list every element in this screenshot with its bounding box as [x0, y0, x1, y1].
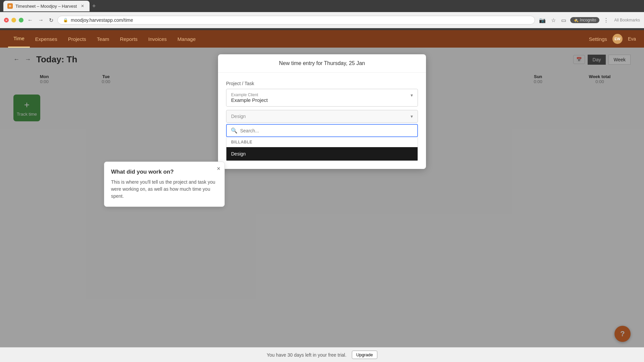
tab-favicon: H [7, 3, 13, 9]
app-container: Time Expenses Projects Team Reports Invo… [0, 30, 644, 362]
tooltip-body: This is where you'll tell us the project… [111, 179, 218, 200]
window-close-button[interactable]: ✕ [4, 18, 9, 22]
address-bar[interactable]: 🔒 moodjoy.harvestapp.com/time [57, 16, 535, 24]
sidebar-icon[interactable]: ▭ [560, 16, 568, 25]
nav-item-reports[interactable]: Reports [115, 30, 143, 48]
bookmarks-label: All Bookmarks [614, 18, 640, 22]
modal-header: New time entry for Thursday, 25 Jan [218, 54, 426, 73]
nav-item-projects[interactable]: Projects [63, 30, 92, 48]
lock-icon: 🔒 [63, 18, 68, 22]
camera-icon[interactable]: 📷 [538, 16, 547, 25]
trial-text: You have 30 days left in your free trial… [267, 352, 346, 358]
dropdown-item-design[interactable]: Design [226, 147, 418, 161]
tab-close-button[interactable]: ✕ [79, 3, 86, 9]
app-nav: Time Expenses Projects Team Reports Invo… [0, 30, 644, 48]
browser-reload-button[interactable]: ↻ [48, 16, 55, 25]
window-maximize-button[interactable] [19, 18, 23, 22]
tab-title: Timesheet – Moodjoy – Harvest [15, 4, 77, 9]
browser-forward-button[interactable]: → [37, 16, 45, 24]
nav-item-manage[interactable]: Manage [172, 30, 201, 48]
tab-bar: H Timesheet – Moodjoy – Harvest ✕ + [0, 0, 644, 12]
search-box: 🔍 [226, 124, 418, 137]
dropdown-group-billable: Billable [226, 137, 418, 147]
bottom-bar: You have 30 days left in your free trial… [0, 347, 644, 362]
address-bar-row: ✕ ← → ↻ 🔒 moodjoy.harvestapp.com/time 📷 … [0, 12, 644, 28]
client-name: Example Client [231, 93, 268, 97]
task-dropdown-list: Billable Design [226, 137, 418, 161]
project-selector[interactable]: Example Client Example Project ▾ [226, 89, 418, 107]
project-task-label: Project / Task [226, 81, 418, 86]
browser-chrome: H Timesheet – Moodjoy – Harvest ✕ + ✕ ← … [0, 0, 644, 30]
nav-right: Settings EW Eva [589, 34, 636, 44]
incognito-label: Incognito [580, 18, 596, 22]
menu-icon[interactable]: ⋮ [602, 16, 610, 25]
modal-title: New time entry for Thursday, 25 Jan [279, 60, 365, 66]
nav-item-invoices[interactable]: Invoices [143, 30, 172, 48]
task-search-input[interactable] [240, 128, 413, 133]
nav-item-time[interactable]: Time [8, 30, 30, 48]
nav-item-expenses[interactable]: Expenses [30, 30, 63, 48]
incognito-icon: 🕵 [574, 18, 579, 22]
browser-back-button[interactable]: ← [26, 16, 34, 24]
nav-settings[interactable]: Settings [589, 36, 607, 42]
url-text: moodjoy.harvestapp.com/time [71, 17, 133, 23]
user-avatar: EW [612, 34, 623, 44]
tooltip-box: × What did you work on? This is where yo… [104, 162, 225, 207]
window-minimize-button[interactable] [11, 18, 16, 22]
modal-body: Project / Task Example Client Example Pr… [218, 73, 426, 169]
search-icon: 🔍 [231, 127, 237, 134]
window-controls: ✕ [4, 18, 23, 22]
new-tab-button[interactable]: + [90, 1, 99, 11]
project-name: Example Project [231, 97, 268, 103]
incognito-badge: 🕵 Incognito [570, 17, 600, 23]
tooltip-close-button[interactable]: × [217, 165, 220, 172]
browser-tab[interactable]: H Timesheet – Moodjoy – Harvest ✕ [3, 1, 90, 11]
nav-item-team[interactable]: Team [92, 30, 115, 48]
task-chevron-icon: ▾ [411, 114, 413, 119]
task-dropdown: 🔍 Billable Design [226, 124, 418, 161]
browser-actions: 📷 ☆ ▭ 🕵 Incognito ⋮ All Bookmarks [538, 16, 640, 25]
main-content: ← → Today: Th 📅 Day Week Mon 0:00 Tue 0:… [0, 48, 644, 347]
tooltip-title: What did you work on? [111, 169, 218, 175]
bookmark-icon[interactable]: ☆ [550, 16, 557, 25]
project-info: Example Client Example Project [231, 93, 268, 103]
task-selector[interactable]: Design ▾ [226, 110, 418, 123]
project-chevron-icon: ▾ [411, 93, 413, 98]
upgrade-button[interactable]: Upgrade [352, 351, 377, 359]
task-placeholder: Design [231, 114, 246, 119]
new-time-entry-modal: New time entry for Thursday, 25 Jan Proj… [218, 54, 426, 169]
user-name: Eva [628, 36, 636, 42]
